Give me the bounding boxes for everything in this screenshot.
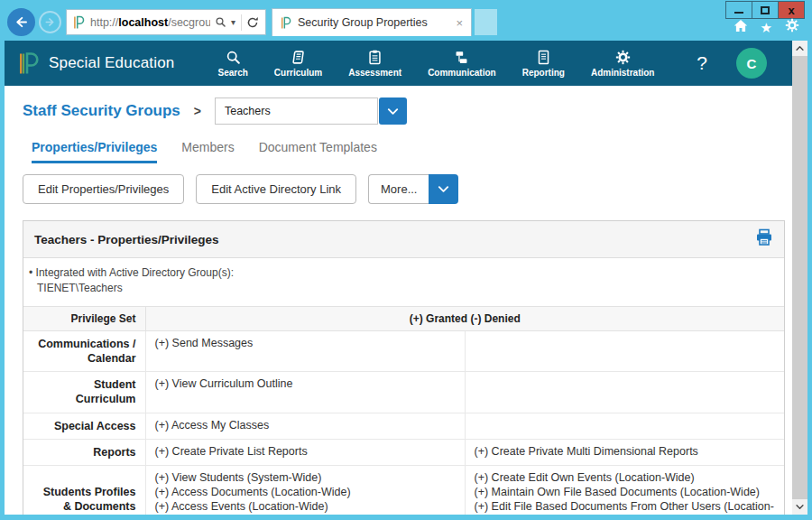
nav-label: Administration xyxy=(591,68,655,78)
page-scrollbar[interactable] xyxy=(792,41,807,515)
privilege-item: (+) Create Edit Own Events (Location-Wid… xyxy=(475,470,776,485)
granted-left-cell: (+) Access My Classes xyxy=(145,413,465,439)
close-icon: x xyxy=(788,5,794,16)
forward-button[interactable] xyxy=(39,11,61,33)
staff-security-groups-link[interactable]: Staff Security Groups xyxy=(23,102,180,120)
section-tabs: Properties/Privileges Members Document T… xyxy=(32,140,785,163)
url-path: /secgroupprops.aspx xyxy=(168,16,210,29)
nav-item-communication[interactable]: Communication xyxy=(428,50,496,78)
nav-item-curriculum[interactable]: Curriculum xyxy=(274,50,322,78)
nav-item-assessment[interactable]: Assessment xyxy=(348,50,401,78)
page-body: Staff Security Groups > Teachers Propert… xyxy=(5,86,792,515)
nav-items: Search Curriculum Assessment Communicati… xyxy=(218,50,655,78)
privilege-item: (+) Create Private Multi Dimensional Rep… xyxy=(475,444,776,459)
granted-left-cell: (+) View Students (System-Wide)(+) Acces… xyxy=(145,466,465,515)
tab-members[interactable]: Members xyxy=(181,140,234,163)
privilege-item: (+) Maintain Own File Based Documents (L… xyxy=(475,485,776,499)
nav-item-search[interactable]: Search xyxy=(218,50,248,78)
nav-label: Search xyxy=(218,68,248,78)
table-row: Communications / Calendar (+) Send Messa… xyxy=(23,330,784,372)
privilege-set-cell: Communications / Calendar xyxy=(23,330,145,372)
nav-item-administration[interactable]: Administration xyxy=(591,50,655,78)
more-button-group: More... xyxy=(368,174,458,204)
chevron-down-icon xyxy=(386,105,400,118)
chevron-up-icon xyxy=(795,43,805,53)
tab-favicon xyxy=(281,16,291,30)
privilege-item: (+) View Students (System-Wide) xyxy=(155,470,456,485)
table-row: Reports (+) Create Private List Reports … xyxy=(23,439,784,465)
privilege-set-cell: Special Access xyxy=(23,413,145,439)
privilege-item: (+) View Curriculum Outline xyxy=(155,376,456,391)
address-bar[interactable]: http://localhost/secgroupprops.aspx ▾ xyxy=(66,9,266,35)
more-button[interactable]: More... xyxy=(368,174,429,204)
back-button[interactable] xyxy=(7,8,35,36)
privileges-table: Privilege Set (+) Granted (-) Denied Com… xyxy=(23,306,784,515)
granted-denied-header: (+) Granted (-) Denied xyxy=(145,306,784,330)
close-window-button[interactable]: x xyxy=(778,1,805,19)
nav-label: Assessment xyxy=(348,68,401,78)
privilege-item: (+) Access My Classes xyxy=(155,418,456,432)
help-button[interactable]: ? xyxy=(697,52,707,74)
search-icon[interactable] xyxy=(215,16,226,28)
search-icon xyxy=(226,50,241,65)
scroll-up-button[interactable] xyxy=(792,41,807,56)
edit-properties-privileges-button[interactable]: Edit Properties/Privileges xyxy=(23,174,184,204)
more-dropdown-button[interactable] xyxy=(429,174,458,204)
print-icon[interactable] xyxy=(755,228,773,250)
nav-label: Communication xyxy=(428,68,496,78)
integration-note: • Integrated with Active Directory Group… xyxy=(23,258,784,306)
browser-window: x http://localhost/secgroupprops.aspx ▾ xyxy=(0,0,812,520)
granted-right-cell xyxy=(465,413,784,439)
url-scheme: http:// xyxy=(90,16,118,29)
powerschool-logo xyxy=(19,51,39,76)
gear-icon xyxy=(615,50,631,65)
window-controls: x xyxy=(726,1,805,19)
tab-document-templates[interactable]: Document Templates xyxy=(259,140,377,163)
address-divider xyxy=(241,14,242,31)
privilege-set-cell: Reports xyxy=(23,439,145,465)
tab-title: Security Group Properties xyxy=(298,16,456,29)
edit-active-directory-link-button[interactable]: Edit Active Directory Link xyxy=(196,174,356,204)
privilege-item: (+) Access Documents (Location-Wide) xyxy=(155,485,456,499)
nav-label: Reporting xyxy=(522,68,565,78)
brand: Special Education xyxy=(19,51,175,76)
tab-close-icon[interactable]: × xyxy=(456,17,463,29)
privileges-panel: Teachers - Properties/Privileges • Integ… xyxy=(23,220,785,515)
browser-tab[interactable]: Security Group Properties × xyxy=(272,8,472,36)
bullet-icon: • xyxy=(29,266,32,279)
security-group-select-button[interactable] xyxy=(379,98,407,125)
app-navbar: Special Education Search Curriculum Asse… xyxy=(5,41,792,86)
action-buttons: Edit Properties/Privileges Edit Active D… xyxy=(23,174,785,204)
minimize-button[interactable] xyxy=(725,1,752,19)
site-favicon xyxy=(73,15,85,30)
user-avatar[interactable]: C xyxy=(736,48,767,79)
settings-gear-icon[interactable] xyxy=(785,18,799,36)
tab-properties-privileges[interactable]: Properties/Privileges xyxy=(32,140,157,163)
address-row: http://localhost/secgroupprops.aspx ▾ Se… xyxy=(7,8,497,36)
address-dropdown-icon[interactable]: ▾ xyxy=(231,17,235,27)
security-group-select[interactable]: Teachers xyxy=(215,98,407,125)
granted-right-cell: (+) Create Edit Own Events (Location-Wid… xyxy=(465,466,784,515)
browser-chrome: x http://localhost/secgroupprops.aspx ▾ xyxy=(5,0,807,41)
report-document-icon xyxy=(537,50,550,65)
home-icon[interactable] xyxy=(734,19,748,36)
breadcrumb-separator: > xyxy=(194,104,201,118)
privilege-item: (+) Create Private List Reports xyxy=(155,444,456,459)
table-row: Students Profiles & Documents (+) View S… xyxy=(23,466,784,515)
chevron-down-icon xyxy=(795,502,805,512)
security-group-select-value[interactable]: Teachers xyxy=(215,98,378,125)
granted-left-cell: (+) Send Messages xyxy=(145,330,465,372)
new-tab-button[interactable] xyxy=(475,9,497,35)
page: Special Education Search Curriculum Asse… xyxy=(5,41,792,515)
refresh-icon[interactable] xyxy=(246,16,259,29)
privilege-item: (+) Access Events (Location-Wide) xyxy=(155,499,456,514)
breadcrumb: Staff Security Groups > Teachers xyxy=(23,86,785,125)
maximize-button[interactable] xyxy=(752,1,779,19)
url-host: localhost xyxy=(118,16,168,29)
privilege-item: (+) Create Edit Template Documents (Loca… xyxy=(155,514,456,515)
favorites-star-icon[interactable]: ★ xyxy=(761,21,772,34)
granted-left-cell: (+) View Curriculum Outline xyxy=(145,372,465,413)
scroll-down-button[interactable] xyxy=(792,499,807,515)
nav-item-reporting[interactable]: Reporting xyxy=(522,50,565,78)
granted-right-cell xyxy=(465,372,784,413)
